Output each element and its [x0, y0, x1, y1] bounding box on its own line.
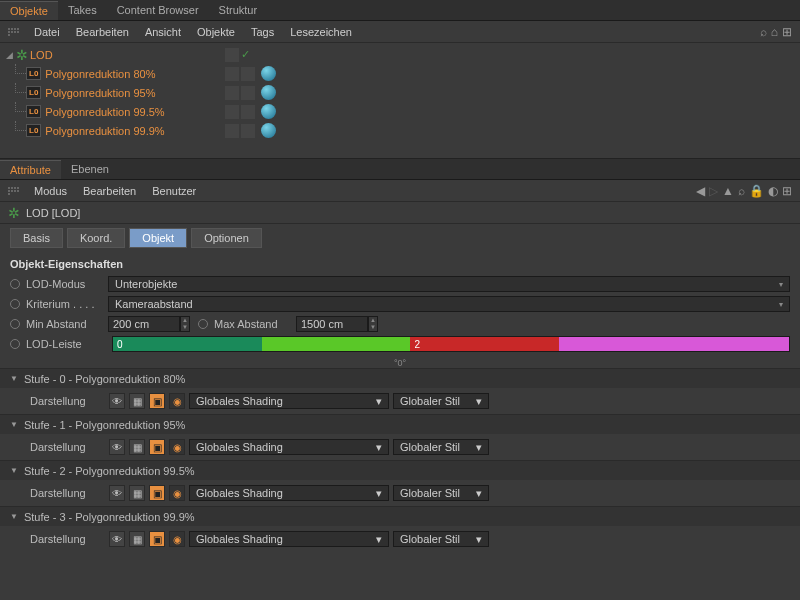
- tree-label[interactable]: LOD: [30, 49, 53, 61]
- search-icon[interactable]: ⌕: [738, 184, 745, 198]
- shading-dropdown[interactable]: Globales Shading▾: [189, 439, 389, 455]
- grade-indicator-icon[interactable]: °0°: [394, 358, 406, 368]
- stufe-header[interactable]: ▼Stufe - 0 - Polygonreduktion 80%: [0, 368, 800, 388]
- tab-attribute[interactable]: Attribute: [0, 160, 61, 179]
- material-sphere-icon[interactable]: [261, 104, 276, 119]
- display-wire-icon[interactable]: ▦: [129, 439, 145, 455]
- spinner-icon[interactable]: ▲▼: [368, 316, 378, 332]
- spinner-icon[interactable]: ▲▼: [180, 316, 190, 332]
- tree-root-row[interactable]: ◢ ✲ LOD ✓: [0, 45, 800, 64]
- stil-dropdown[interactable]: Globaler Stil▾: [393, 531, 489, 547]
- tree-child-row[interactable]: L0 Polygonreduktion 99.5%: [0, 102, 800, 121]
- layer-tag-icon[interactable]: [225, 86, 239, 100]
- menu-benutzer[interactable]: Benutzer: [144, 185, 204, 197]
- layer-tag-icon[interactable]: [225, 124, 239, 138]
- radio-icon[interactable]: [10, 339, 20, 349]
- display-eye-icon[interactable]: 👁: [109, 439, 125, 455]
- material-sphere-icon[interactable]: [261, 85, 276, 100]
- stufe-header[interactable]: ▼Stufe - 2 - Polygonreduktion 99.5%: [0, 460, 800, 480]
- menu-bearbeiten[interactable]: Bearbeiten: [68, 26, 137, 38]
- check-icon[interactable]: ✓: [241, 48, 250, 61]
- tree-child-row[interactable]: L0 Polygonreduktion 99.9%: [0, 121, 800, 140]
- history-icon[interactable]: ◐: [768, 184, 778, 198]
- shading-dropdown[interactable]: Globales Shading▾: [189, 485, 389, 501]
- display-shading-icon[interactable]: ▣: [149, 393, 165, 409]
- tree-label[interactable]: Polygonreduktion 95%: [45, 87, 155, 99]
- display-wire-icon[interactable]: ▦: [129, 531, 145, 547]
- layer-tag-icon[interactable]: [241, 67, 255, 81]
- menu-objekte[interactable]: Objekte: [189, 26, 243, 38]
- menu-bearbeiten[interactable]: Bearbeiten: [75, 185, 144, 197]
- material-sphere-icon[interactable]: [261, 66, 276, 81]
- tab-basis[interactable]: Basis: [10, 228, 63, 248]
- lod-modus-label: LOD-Modus: [26, 278, 108, 290]
- tree-label[interactable]: Polygonreduktion 99.5%: [45, 106, 164, 118]
- kriterium-dropdown[interactable]: Kameraabstand▾: [108, 296, 790, 312]
- home-icon[interactable]: ⌂: [771, 25, 778, 39]
- menu-modus[interactable]: Modus: [26, 185, 75, 197]
- tree-label[interactable]: Polygonreduktion 99.9%: [45, 125, 164, 137]
- layer-tag-icon[interactable]: [225, 105, 239, 119]
- display-shading-icon[interactable]: ▣: [149, 485, 165, 501]
- material-sphere-icon[interactable]: [261, 123, 276, 138]
- expand-icon[interactable]: ⊞: [782, 25, 792, 39]
- display-style-icon[interactable]: ◉: [169, 485, 185, 501]
- nav-back-icon[interactable]: ◀: [696, 184, 705, 198]
- display-eye-icon[interactable]: 👁: [109, 531, 125, 547]
- lock-icon[interactable]: 🔒: [749, 184, 764, 198]
- search-icon[interactable]: ⌕: [760, 25, 767, 39]
- stil-dropdown[interactable]: Globaler Stil▾: [393, 393, 489, 409]
- max-abstand-input[interactable]: 1500 cm: [296, 316, 368, 332]
- display-shading-icon[interactable]: ▣: [149, 439, 165, 455]
- display-wire-icon[interactable]: ▦: [129, 393, 145, 409]
- layer-tag-icon[interactable]: [225, 48, 239, 62]
- expand-icon[interactable]: ⊞: [782, 184, 792, 198]
- tab-optionen[interactable]: Optionen: [191, 228, 262, 248]
- display-style-icon[interactable]: ◉: [169, 393, 185, 409]
- layer-tag-icon[interactable]: [241, 105, 255, 119]
- tab-takes[interactable]: Takes: [58, 1, 107, 19]
- tab-struktur[interactable]: Struktur: [209, 1, 268, 19]
- menu-datei[interactable]: Datei: [26, 26, 68, 38]
- layer-tag-icon[interactable]: [241, 124, 255, 138]
- display-eye-icon[interactable]: 👁: [109, 485, 125, 501]
- shading-dropdown[interactable]: Globales Shading▾: [189, 531, 389, 547]
- nav-up-icon[interactable]: ▲: [722, 184, 734, 198]
- stil-dropdown[interactable]: Globaler Stil▾: [393, 439, 489, 455]
- tab-objekte[interactable]: Objekte: [0, 1, 58, 20]
- expand-icon[interactable]: ◢: [6, 50, 16, 60]
- display-style-icon[interactable]: ◉: [169, 439, 185, 455]
- tab-objekt[interactable]: Objekt: [129, 228, 187, 248]
- tab-content-browser[interactable]: Content Browser: [107, 1, 209, 19]
- menu-lesezeichen[interactable]: Lesezeichen: [282, 26, 360, 38]
- stufe-header[interactable]: ▼Stufe - 3 - Polygonreduktion 99.9%: [0, 506, 800, 526]
- lod-seg-2[interactable]: 2: [410, 337, 559, 351]
- display-style-icon[interactable]: ◉: [169, 531, 185, 547]
- radio-icon[interactable]: [10, 319, 20, 329]
- lod-modus-dropdown[interactable]: Unterobjekte▾: [108, 276, 790, 292]
- tab-ebenen[interactable]: Ebenen: [61, 160, 119, 178]
- layer-tag-icon[interactable]: [225, 67, 239, 81]
- tree-child-row[interactable]: L0 Polygonreduktion 80%: [0, 64, 800, 83]
- min-abstand-input[interactable]: 200 cm: [108, 316, 180, 332]
- display-wire-icon[interactable]: ▦: [129, 485, 145, 501]
- radio-icon[interactable]: [10, 279, 20, 289]
- lod-seg-3[interactable]: [559, 337, 789, 351]
- shading-dropdown[interactable]: Globales Shading▾: [189, 393, 389, 409]
- layer-tag-icon[interactable]: [241, 86, 255, 100]
- radio-icon[interactable]: [198, 319, 208, 329]
- display-shading-icon[interactable]: ▣: [149, 531, 165, 547]
- menu-tags[interactable]: Tags: [243, 26, 282, 38]
- stil-dropdown[interactable]: Globaler Stil▾: [393, 485, 489, 501]
- nav-fwd-icon[interactable]: ▷: [709, 184, 718, 198]
- lod-seg-1[interactable]: [262, 337, 411, 351]
- lod-seg-0[interactable]: 0: [113, 337, 262, 351]
- tree-label[interactable]: Polygonreduktion 80%: [45, 68, 155, 80]
- lod-bar[interactable]: 0 2: [112, 336, 790, 352]
- stufe-header[interactable]: ▼Stufe - 1 - Polygonreduktion 95%: [0, 414, 800, 434]
- tree-child-row[interactable]: L0 Polygonreduktion 95%: [0, 83, 800, 102]
- display-eye-icon[interactable]: 👁: [109, 393, 125, 409]
- radio-icon[interactable]: [10, 299, 20, 309]
- menu-ansicht[interactable]: Ansicht: [137, 26, 189, 38]
- tab-koord[interactable]: Koord.: [67, 228, 125, 248]
